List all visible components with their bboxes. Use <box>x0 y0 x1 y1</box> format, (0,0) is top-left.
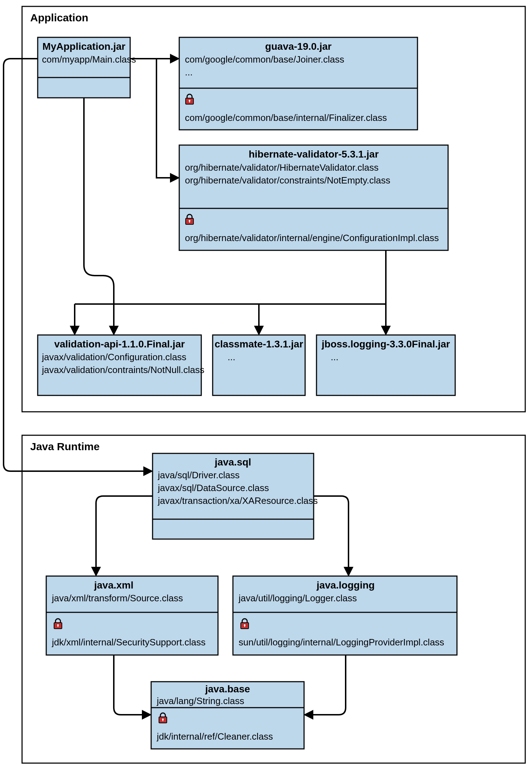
module-sql-line1: javax/sql/DataSource.class <box>158 483 269 493</box>
module-base-locked0: jdk/internal/ref/Cleaner.class <box>156 731 273 742</box>
runtime-title: Java Runtime <box>30 441 100 452</box>
module-validation-line0: javax/validation/Configuration.class <box>42 352 186 362</box>
module-validation: validation-api-1.1.0.Final.jar javax/val… <box>38 335 204 395</box>
module-sql-line2: javax/transaction/xa/XAResource.class <box>158 495 318 506</box>
module-guava-locked0: com/google/common/base/internal/Finalize… <box>185 112 387 123</box>
module-base: java.base java/lang/String.class jdk/int… <box>151 682 304 749</box>
module-guava-line0: com/google/common/base/Joiner.class <box>185 54 344 65</box>
module-xml-title: java.xml <box>94 580 134 591</box>
module-base-title: java.base <box>205 683 250 694</box>
module-hibernate-locked0: org/hibernate/validator/internal/engine/… <box>185 233 439 243</box>
module-classmate: classmate-1.3.1.jar ... <box>213 335 305 395</box>
module-validation-title: validation-api-1.1.0.Final.jar <box>54 339 185 350</box>
module-logging-locked0: sun/util/logging/internal/LoggingProvide… <box>239 637 444 648</box>
module-guava-line1: ... <box>185 67 193 78</box>
module-hibernate-title: hibernate-validator-5.3.1.jar <box>249 149 379 160</box>
module-logging: java.logging java/util/logging/Logger.cl… <box>233 576 457 655</box>
module-xml-locked0: jdk/xml/internal/SecuritySupport.class <box>52 637 206 648</box>
module-guava: guava-19.0.jar com/google/common/base/Jo… <box>179 37 417 130</box>
module-sql-line0: java/sql/Driver.class <box>158 470 240 480</box>
module-myapp-title: MyApplication.jar <box>42 41 125 52</box>
module-xml: java.xml java/xml/transform/Source.class… <box>46 576 218 655</box>
module-hibernate-line1: org/hibernate/validator/constraints/NotE… <box>185 175 390 186</box>
module-logging-line0: java/util/logging/Logger.class <box>238 593 357 603</box>
module-logging-title: java.logging <box>316 580 374 591</box>
module-sql: java.sql java/sql/Driver.class javax/sql… <box>153 453 318 539</box>
module-sql-title: java.sql <box>214 457 251 468</box>
module-myapp: MyApplication.jar com/myapp/Main.class <box>38 37 136 98</box>
module-jboss-title: jboss.logging-3.3.0Final.jar <box>321 339 450 350</box>
module-hibernate: hibernate-validator-5.3.1.jar org/hibern… <box>179 145 448 250</box>
module-jboss: jboss.logging-3.3.0Final.jar ... <box>316 335 455 395</box>
module-myapp-line0: com/myapp/Main.class <box>42 54 136 65</box>
application-title: Application <box>30 12 88 23</box>
module-guava-title: guava-19.0.jar <box>265 41 332 52</box>
module-hibernate-line0: org/hibernate/validator/HibernateValidat… <box>185 162 378 173</box>
module-base-line0: java/lang/String.class <box>156 696 244 706</box>
module-classmate-line0: ... <box>228 352 235 362</box>
module-classmate-title: classmate-1.3.1.jar <box>214 339 303 350</box>
module-jboss-line0: ... <box>331 352 339 362</box>
module-xml-line0: java/xml/transform/Source.class <box>52 593 183 603</box>
module-validation-line1: javax/validation/contraints/NotNull.clas… <box>42 364 204 375</box>
